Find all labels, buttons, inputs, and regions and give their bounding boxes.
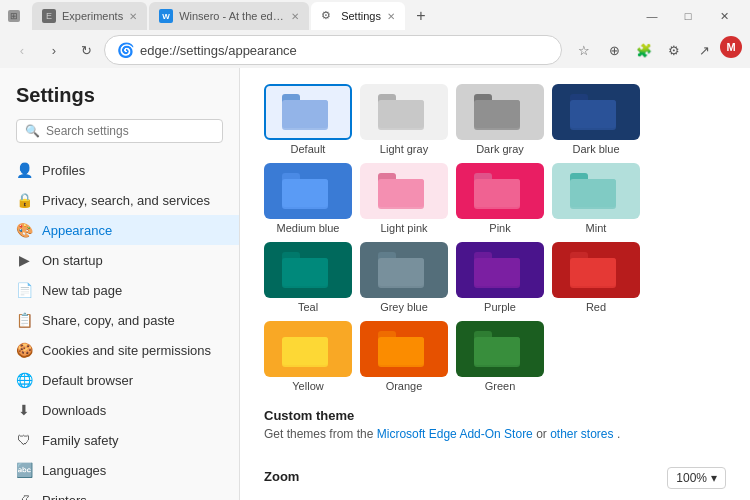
sidebar-item-newtab[interactable]: 📄 New tab page [0, 275, 239, 305]
svg-rect-17 [378, 179, 424, 207]
forward-button[interactable]: › [40, 36, 68, 64]
swatch-purple[interactable]: Purple [456, 242, 544, 313]
swatch-grey-blue[interactable]: Grey blue [360, 242, 448, 313]
sidebar-item-languages[interactable]: 🔤 Languages [0, 455, 239, 485]
svg-rect-26 [282, 258, 328, 286]
swatch-light-gray[interactable]: Light gray [360, 84, 448, 155]
zoom-row: Zoom 100% ▾ [264, 457, 726, 499]
store-link[interactable]: Microsoft Edge Add-On Store [377, 427, 533, 441]
window-controls: — □ ✕ [634, 2, 742, 30]
search-input[interactable] [46, 124, 214, 138]
swatch-label-yellow: Yellow [264, 380, 352, 392]
tab-settings-close[interactable]: ✕ [387, 11, 395, 22]
sidebar-item-startup-label: On startup [42, 253, 103, 268]
sidebar-item-browser-label: Default browser [42, 373, 133, 388]
sidebar-item-printers[interactable]: 🖨 Printers [0, 485, 239, 500]
sidebar-item-appearance[interactable]: 🎨 Appearance [0, 215, 239, 245]
swatch-mint[interactable]: Mint [552, 163, 640, 234]
sidebar-item-startup[interactable]: ▶ On startup [0, 245, 239, 275]
maximize-button[interactable]: □ [670, 2, 706, 30]
zoom-label: Zoom [264, 469, 299, 484]
favorites-icon[interactable]: ☆ [570, 36, 598, 64]
nav-icons: ☆ ⊕ 🧩 ⚙ ↗ M [570, 36, 742, 64]
sidebar-item-family-label: Family safety [42, 433, 119, 448]
sidebar-item-privacy[interactable]: 🔒 Privacy, search, and services [0, 185, 239, 215]
sidebar-item-privacy-label: Privacy, search, and services [42, 193, 210, 208]
profiles-icon: 👤 [16, 162, 32, 178]
sidebar-item-cookies[interactable]: 🍪 Cookies and site permissions [0, 335, 239, 365]
title-bar: ⊞ E Experiments ✕ W Winsero - At the edg… [0, 0, 750, 32]
other-stores-link[interactable]: other stores [550, 427, 613, 441]
share-icon[interactable]: ↗ [690, 36, 718, 64]
swatch-label-teal: Teal [264, 301, 352, 313]
swatch-label-default: Default [264, 143, 352, 155]
svg-rect-44 [474, 337, 520, 365]
color-swatches-grid: Default Light gray Dark gray Dark blue M [264, 84, 726, 392]
svg-rect-32 [474, 258, 520, 286]
settings-favicon: ⚙ [321, 9, 335, 23]
tab-experiments-close[interactable]: ✕ [129, 11, 137, 22]
swatch-label-medium-blue: Medium blue [264, 222, 352, 234]
content-area: Default Light gray Dark gray Dark blue M [240, 68, 750, 500]
swatch-pink[interactable]: Pink [456, 163, 544, 234]
tab-winsero[interactable]: W Winsero - At the edge of tweak... ✕ [149, 2, 309, 30]
sidebar-title: Settings [0, 84, 239, 119]
sidebar-item-profiles[interactable]: 👤 Profiles [0, 155, 239, 185]
swatch-default[interactable]: Default [264, 84, 352, 155]
swatch-green[interactable]: Green [456, 321, 544, 392]
swatch-orange[interactable]: Orange [360, 321, 448, 392]
experiments-favicon: E [42, 9, 56, 23]
swatch-dark-blue[interactable]: Dark blue [552, 84, 640, 155]
sidebar-item-browser[interactable]: 🌐 Default browser [0, 365, 239, 395]
swatch-dark-gray[interactable]: Dark gray [456, 84, 544, 155]
svg-rect-35 [570, 258, 616, 286]
system-menu-icon[interactable]: ⊞ [8, 10, 20, 22]
swatch-label-mint: Mint [552, 222, 640, 234]
swatch-label-green: Green [456, 380, 544, 392]
refresh-button[interactable]: ↻ [72, 36, 100, 64]
swatch-yellow[interactable]: Yellow [264, 321, 352, 392]
search-box[interactable]: 🔍 [16, 119, 223, 143]
languages-icon: 🔤 [16, 462, 32, 478]
sidebar-item-languages-label: Languages [42, 463, 106, 478]
swatch-label-light-pink: Light pink [360, 222, 448, 234]
swatch-label-grey-blue: Grey blue [360, 301, 448, 313]
tab-experiments-label: Experiments [62, 10, 123, 22]
sidebar-item-share[interactable]: 📋 Share, copy, and paste [0, 305, 239, 335]
collections-icon[interactable]: ⊕ [600, 36, 628, 64]
tab-settings[interactable]: ⚙ Settings ✕ [311, 2, 405, 30]
swatch-light-pink[interactable]: Light pink [360, 163, 448, 234]
appearance-icon: 🎨 [16, 222, 32, 238]
svg-rect-23 [570, 179, 616, 207]
privacy-icon: 🔒 [16, 192, 32, 208]
custom-theme-desc: Get themes from the Microsoft Edge Add-O… [264, 427, 726, 441]
extensions-icon[interactable]: 🧩 [630, 36, 658, 64]
startup-icon: ▶ [16, 252, 32, 268]
newtab-icon: 📄 [16, 282, 32, 298]
address-bar[interactable]: 🌀 edge://settings/appearance [104, 35, 562, 65]
tab-winsero-close[interactable]: ✕ [291, 11, 299, 22]
title-bar-left: ⊞ [8, 10, 20, 22]
tab-experiments[interactable]: E Experiments ✕ [32, 2, 147, 30]
custom-theme-label: Custom theme [264, 408, 726, 423]
new-tab-button[interactable]: + [407, 2, 435, 30]
swatch-medium-blue[interactable]: Medium blue [264, 163, 352, 234]
swatch-label-pink: Pink [456, 222, 544, 234]
profile-avatar[interactable]: M [720, 36, 742, 58]
zoom-value: 100% [676, 471, 707, 485]
swatch-red[interactable]: Red [552, 242, 640, 313]
sidebar: Settings 🔍 👤 Profiles 🔒 Privacy, search,… [0, 68, 240, 500]
settings-more-icon[interactable]: ⚙ [660, 36, 688, 64]
svg-rect-2 [282, 100, 328, 128]
svg-rect-20 [474, 179, 520, 207]
swatch-label-dark-gray: Dark gray [456, 143, 544, 155]
sidebar-item-newtab-label: New tab page [42, 283, 122, 298]
sidebar-item-downloads[interactable]: ⬇ Downloads [0, 395, 239, 425]
close-button[interactable]: ✕ [706, 2, 742, 30]
minimize-button[interactable]: — [634, 2, 670, 30]
sidebar-item-family[interactable]: 🛡 Family safety [0, 425, 239, 455]
zoom-select[interactable]: 100% ▾ [667, 467, 726, 489]
back-button[interactable]: ‹ [8, 36, 36, 64]
svg-rect-29 [378, 258, 424, 286]
swatch-teal[interactable]: Teal [264, 242, 352, 313]
